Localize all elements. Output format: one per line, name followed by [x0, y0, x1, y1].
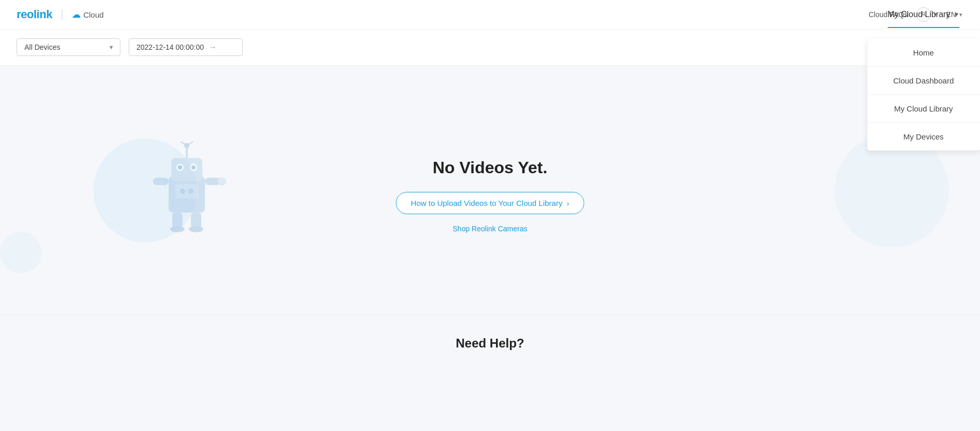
nav-dropdown-menu: Home Cloud Dashboard My Cloud Library My…: [866, 39, 980, 151]
svg-point-20: [188, 189, 194, 194]
nav-active-indicator: [888, 27, 960, 28]
svg-rect-2: [171, 158, 202, 182]
nav-title: My Cloud Library: [888, 10, 950, 19]
date-value: 2022-12-14 00:00:00: [136, 43, 204, 51]
svg-point-13: [218, 177, 226, 186]
svg-point-17: [189, 226, 203, 232]
device-select-wrapper: All Devices ▼: [17, 38, 120, 56]
deco-circle-left-small: [0, 232, 42, 273]
dropdown-item-cloud-dashboard[interactable]: Cloud Dashboard: [867, 67, 980, 95]
chevron-down-icon: ▼: [954, 11, 960, 18]
svg-point-19: [180, 189, 185, 194]
dropdown-item-home[interactable]: Home: [867, 39, 980, 67]
main-content: No Videos Yet. How to Upload Videos to Y…: [0, 66, 980, 315]
logo-divider: [62, 9, 62, 20]
dropdown-item-my-devices[interactable]: My Devices: [867, 123, 980, 150]
need-help-title: Need Help?: [10, 336, 970, 351]
date-input[interactable]: 2022-12-14 00:00:00 →: [129, 38, 243, 56]
svg-point-16: [170, 226, 185, 232]
footer-section: Need Help?: [0, 315, 980, 371]
main-header: reolink ☁ Cloud My Cloud Library ▼ Home …: [0, 0, 980, 29]
svg-point-5: [178, 165, 182, 170]
upload-guide-label: How to Upload Videos to Your Cloud Libra…: [411, 199, 562, 207]
no-videos-title: No Videos Yet.: [396, 158, 584, 177]
svg-rect-11: [153, 178, 169, 185]
date-arrow-icon: →: [209, 43, 216, 51]
shop-reolink-link[interactable]: Shop Reolink Cameras: [396, 225, 584, 233]
cloud-icon: ☁: [72, 9, 81, 20]
reolink-logo: reolink: [17, 8, 52, 21]
logo-area: reolink ☁ Cloud: [17, 8, 104, 21]
svg-point-6: [191, 165, 196, 170]
robot-illustration: [145, 132, 228, 238]
nav-center[interactable]: My Cloud Library ▼ Home Cloud Dashboard …: [888, 10, 960, 19]
svg-rect-18: [175, 184, 198, 199]
dropdown-item-my-cloud-library[interactable]: My Cloud Library: [867, 95, 980, 123]
svg-rect-15: [191, 213, 201, 228]
arrow-right-icon: ›: [567, 199, 569, 207]
cloud-label: Cloud: [84, 10, 104, 19]
filter-bar: All Devices ▼ 2022-12-14 00:00:00 →: [0, 29, 980, 66]
upload-guide-button[interactable]: How to Upload Videos to Your Cloud Libra…: [396, 192, 584, 214]
device-select[interactable]: All Devices: [17, 38, 120, 56]
svg-rect-14: [172, 213, 183, 228]
center-content: No Videos Yet. How to Upload Videos to Y…: [396, 158, 584, 233]
cloud-logo: ☁ Cloud: [72, 9, 104, 20]
